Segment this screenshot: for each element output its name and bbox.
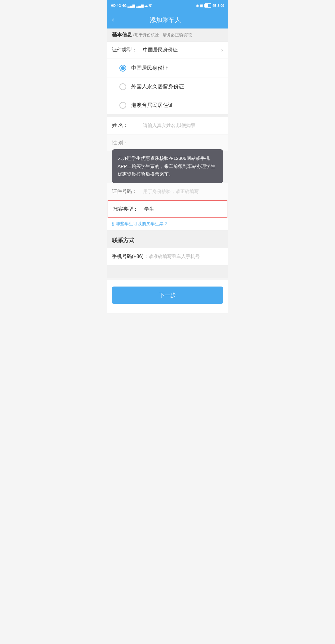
page-title: 添加乘车人: [117, 16, 214, 24]
header: ‹ 添加乘车人: [107, 11, 228, 28]
info-link-text[interactable]: 哪些学生可以购买学生票？: [116, 221, 168, 227]
phone-input[interactable]: 请准确填写乘车人手机号: [149, 254, 223, 260]
passenger-type-value: 学生: [144, 206, 222, 212]
status-left: HD 4G 4G ▂▄▆ ▂▄▆ ☁ 支: [111, 3, 152, 8]
tooltip-text: 未办理学生优惠资质核验在12306网站或手机APP上购买学生票的，乘车前须到车站…: [118, 156, 215, 177]
radio-inner-1: [121, 66, 125, 70]
sim-icon: ▣: [200, 4, 203, 8]
eye-icon: ◉: [196, 4, 199, 8]
phone-label: 手机号码(+86)：: [112, 253, 149, 260]
radio-option-foreign-id[interactable]: 外国人永久居留身份证: [107, 77, 228, 96]
back-button[interactable]: ‹: [112, 16, 114, 23]
tooltip-container: 未办理学生优惠资质核验在12306网站或手机APP上购买学生票的，乘车前须到车站…: [107, 149, 228, 183]
bottom-button-area: 下一步: [107, 280, 228, 313]
radio-option-hk-mo-tw-id[interactable]: 港澳台居民居住证: [107, 96, 228, 114]
radio-circle-2: [119, 83, 126, 90]
radio-circle-1: [119, 65, 126, 72]
cert-type-row[interactable]: 证件类型： 中国居民身份证 ›: [107, 42, 228, 59]
time: 3:09: [217, 4, 224, 7]
info-link-row[interactable]: ℹ 哪些学生可以购买学生票？: [107, 218, 228, 230]
battery-percent: 45: [212, 4, 216, 7]
info-icon: ℹ: [112, 221, 114, 227]
gender-label: 性 别：: [112, 140, 143, 146]
cert-num-input[interactable]: 用于身份核验，请正确填写: [143, 189, 223, 195]
radio-circle-3: [119, 102, 126, 109]
radio-label-1: 中国居民身份证: [131, 64, 168, 72]
chevron-right-icon: ›: [221, 47, 223, 53]
next-button[interactable]: 下一步: [112, 287, 223, 304]
basic-info-section-header: 基本信息 (用于身份核验，请务必正确填写): [107, 28, 228, 42]
network-icons: HD 4G 4G ▂▄▆ ▂▄▆: [111, 4, 143, 8]
name-label: 姓 名：: [112, 122, 143, 129]
contact-section-header: 联系方式: [107, 233, 228, 248]
name-input[interactable]: 请输入真实姓名,以便购票: [143, 123, 223, 129]
cert-type-label: 证件类型：: [112, 47, 143, 53]
tooltip-box: 未办理学生优惠资质核验在12306网站或手机APP上购买学生票的，乘车前须到车站…: [112, 149, 223, 183]
radio-option-chinese-id[interactable]: 中国居民身份证: [107, 59, 228, 77]
cert-type-value: 中国居民身份证: [143, 47, 219, 53]
cert-num-row[interactable]: 证件号码： 用于身份核验，请正确填写: [107, 183, 228, 200]
wifi-icon: ☁ 支: [144, 3, 152, 8]
status-right: ◉ ▣ 45 3:09: [196, 3, 224, 8]
section-label: 基本信息: [112, 32, 132, 37]
section-hint: (用于身份核验，请务必正确填写): [133, 33, 192, 37]
passenger-type-row[interactable]: 旅客类型： 学生: [108, 200, 227, 218]
radio-label-2: 外国人永久居留身份证: [131, 83, 184, 90]
status-bar: HD 4G 4G ▂▄▆ ▂▄▆ ☁ 支 ◉ ▣ 45 3:09: [107, 0, 228, 11]
name-row[interactable]: 姓 名： 请输入真实姓名,以便购票: [107, 117, 228, 134]
battery-icon: [204, 3, 211, 8]
radio-label-3: 港澳台居民居住证: [131, 102, 173, 109]
phone-row[interactable]: 手机号码(+86)： 请准确填写乘车人手机号: [107, 248, 228, 265]
contact-label: 联系方式: [112, 237, 134, 243]
cert-type-radio-group: 中国居民身份证 外国人永久居留身份证 港澳台居民居住证: [107, 59, 228, 115]
cert-num-label: 证件号码：: [112, 188, 143, 195]
passenger-type-label: 旅客类型：: [113, 206, 144, 212]
